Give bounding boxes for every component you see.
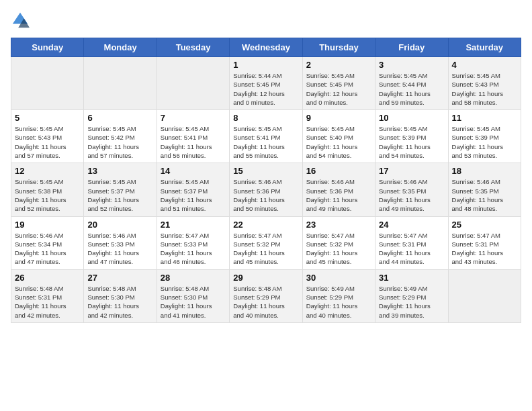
day-info: Sunrise: 5:48 AMSunset: 5:30 PMDaylight:… (87, 284, 152, 320)
day-number: 12 (15, 166, 80, 176)
calendar-cell: 21Sunrise: 5:47 AMSunset: 5:33 PMDayligh… (157, 216, 229, 269)
day-info: Sunrise: 5:49 AMSunset: 5:29 PMDaylight:… (379, 284, 444, 320)
day-number: 26 (15, 273, 80, 283)
calendar-cell: 3Sunrise: 5:45 AMSunset: 5:44 PMDaylight… (375, 57, 448, 110)
week-row-1: 1Sunrise: 5:44 AMSunset: 5:45 PMDaylight… (11, 57, 521, 110)
calendar-cell: 22Sunrise: 5:47 AMSunset: 5:32 PMDayligh… (230, 216, 302, 269)
day-number: 24 (379, 220, 444, 230)
day-number: 20 (87, 220, 152, 230)
day-number: 9 (306, 113, 371, 123)
weekday-header-thursday: Thursday (302, 38, 375, 57)
day-number: 17 (379, 166, 444, 176)
day-info: Sunrise: 5:47 AMSunset: 5:31 PMDaylight:… (452, 231, 517, 267)
week-row-3: 12Sunrise: 5:45 AMSunset: 5:38 PMDayligh… (11, 163, 521, 216)
calendar-cell: 28Sunrise: 5:48 AMSunset: 5:30 PMDayligh… (157, 269, 229, 322)
day-number: 2 (306, 60, 371, 70)
calendar-cell: 13Sunrise: 5:45 AMSunset: 5:37 PMDayligh… (84, 163, 157, 216)
day-info: Sunrise: 5:45 AMSunset: 5:39 PMDaylight:… (379, 124, 444, 160)
calendar-cell: 30Sunrise: 5:49 AMSunset: 5:29 PMDayligh… (302, 269, 375, 322)
calendar-cell: 8Sunrise: 5:45 AMSunset: 5:41 PMDaylight… (230, 110, 302, 163)
calendar-cell: 5Sunrise: 5:45 AMSunset: 5:43 PMDaylight… (11, 110, 84, 163)
day-info: Sunrise: 5:47 AMSunset: 5:32 PMDaylight:… (233, 231, 298, 267)
calendar-cell: 15Sunrise: 5:46 AMSunset: 5:36 PMDayligh… (230, 163, 302, 216)
calendar-cell: 19Sunrise: 5:46 AMSunset: 5:34 PMDayligh… (11, 216, 84, 269)
calendar-cell: 14Sunrise: 5:45 AMSunset: 5:37 PMDayligh… (157, 163, 229, 216)
weekday-header-wednesday: Wednesday (230, 38, 302, 57)
calendar-cell: 16Sunrise: 5:46 AMSunset: 5:36 PMDayligh… (302, 163, 375, 216)
calendar-cell: 31Sunrise: 5:49 AMSunset: 5:29 PMDayligh… (375, 269, 448, 322)
day-info: Sunrise: 5:45 AMSunset: 5:39 PMDaylight:… (452, 124, 517, 160)
day-info: Sunrise: 5:45 AMSunset: 5:40 PMDaylight:… (306, 124, 371, 160)
weekday-header-row: SundayMondayTuesdayWednesdayThursdayFrid… (11, 38, 521, 57)
day-info: Sunrise: 5:45 AMSunset: 5:41 PMDaylight:… (161, 124, 226, 160)
day-info: Sunrise: 5:49 AMSunset: 5:29 PMDaylight:… (306, 284, 371, 320)
calendar-table: SundayMondayTuesdayWednesdayThursdayFrid… (11, 38, 521, 323)
day-number: 6 (87, 113, 152, 123)
calendar-cell: 2Sunrise: 5:45 AMSunset: 5:45 PMDaylight… (302, 57, 375, 110)
calendar-cell: 18Sunrise: 5:46 AMSunset: 5:35 PMDayligh… (448, 163, 521, 216)
calendar-cell: 27Sunrise: 5:48 AMSunset: 5:30 PMDayligh… (84, 269, 157, 322)
calendar-cell: 6Sunrise: 5:45 AMSunset: 5:42 PMDaylight… (84, 110, 157, 163)
day-number: 4 (452, 60, 517, 70)
day-info: Sunrise: 5:45 AMSunset: 5:45 PMDaylight:… (306, 71, 371, 107)
header (11, 11, 521, 30)
day-info: Sunrise: 5:45 AMSunset: 5:37 PMDaylight:… (87, 177, 152, 213)
calendar-cell: 24Sunrise: 5:47 AMSunset: 5:31 PMDayligh… (375, 216, 448, 269)
day-info: Sunrise: 5:47 AMSunset: 5:32 PMDaylight:… (306, 231, 371, 267)
weekday-header-saturday: Saturday (448, 38, 521, 57)
calendar-cell: 20Sunrise: 5:46 AMSunset: 5:33 PMDayligh… (84, 216, 157, 269)
day-number: 13 (87, 166, 152, 176)
day-info: Sunrise: 5:45 AMSunset: 5:41 PMDaylight:… (233, 124, 298, 160)
calendar-cell (84, 57, 157, 110)
calendar-cell: 9Sunrise: 5:45 AMSunset: 5:40 PMDaylight… (302, 110, 375, 163)
day-number: 7 (161, 113, 226, 123)
calendar-cell: 17Sunrise: 5:46 AMSunset: 5:35 PMDayligh… (375, 163, 448, 216)
day-number: 28 (161, 273, 226, 283)
day-info: Sunrise: 5:46 AMSunset: 5:36 PMDaylight:… (306, 177, 371, 213)
logo (11, 11, 32, 30)
day-info: Sunrise: 5:45 AMSunset: 5:37 PMDaylight:… (161, 177, 226, 213)
day-info: Sunrise: 5:46 AMSunset: 5:34 PMDaylight:… (15, 231, 80, 267)
day-number: 15 (233, 166, 298, 176)
day-info: Sunrise: 5:45 AMSunset: 5:42 PMDaylight:… (87, 124, 152, 160)
day-number: 5 (15, 113, 80, 123)
calendar-cell: 11Sunrise: 5:45 AMSunset: 5:39 PMDayligh… (448, 110, 521, 163)
day-info: Sunrise: 5:45 AMSunset: 5:43 PMDaylight:… (15, 124, 80, 160)
weekday-header-friday: Friday (375, 38, 448, 57)
calendar-cell: 1Sunrise: 5:44 AMSunset: 5:45 PMDaylight… (230, 57, 302, 110)
day-number: 14 (161, 166, 226, 176)
calendar-cell: 29Sunrise: 5:48 AMSunset: 5:29 PMDayligh… (230, 269, 302, 322)
day-info: Sunrise: 5:47 AMSunset: 5:33 PMDaylight:… (161, 231, 226, 267)
calendar-cell (448, 269, 521, 322)
day-info: Sunrise: 5:48 AMSunset: 5:31 PMDaylight:… (15, 284, 80, 320)
day-number: 18 (452, 166, 517, 176)
calendar-cell (11, 57, 84, 110)
day-number: 21 (161, 220, 226, 230)
main-container: SundayMondayTuesdayWednesdayThursdayFrid… (0, 0, 532, 328)
calendar-cell: 7Sunrise: 5:45 AMSunset: 5:41 PMDaylight… (157, 110, 229, 163)
day-number: 29 (233, 273, 298, 283)
day-number: 31 (379, 273, 444, 283)
week-row-4: 19Sunrise: 5:46 AMSunset: 5:34 PMDayligh… (11, 216, 521, 269)
day-info: Sunrise: 5:46 AMSunset: 5:36 PMDaylight:… (233, 177, 298, 213)
day-info: Sunrise: 5:48 AMSunset: 5:30 PMDaylight:… (161, 284, 226, 320)
day-number: 10 (379, 113, 444, 123)
day-number: 30 (306, 273, 371, 283)
day-number: 25 (452, 220, 517, 230)
day-info: Sunrise: 5:44 AMSunset: 5:45 PMDaylight:… (233, 71, 298, 107)
day-info: Sunrise: 5:48 AMSunset: 5:29 PMDaylight:… (233, 284, 298, 320)
weekday-header-sunday: Sunday (11, 38, 84, 57)
week-row-2: 5Sunrise: 5:45 AMSunset: 5:43 PMDaylight… (11, 110, 521, 163)
week-row-5: 26Sunrise: 5:48 AMSunset: 5:31 PMDayligh… (11, 269, 521, 322)
day-info: Sunrise: 5:45 AMSunset: 5:43 PMDaylight:… (452, 71, 517, 107)
day-number: 1 (233, 60, 298, 70)
day-info: Sunrise: 5:46 AMSunset: 5:35 PMDaylight:… (452, 177, 517, 213)
day-number: 23 (306, 220, 371, 230)
calendar-cell (157, 57, 229, 110)
day-number: 27 (87, 273, 152, 283)
day-number: 3 (379, 60, 444, 70)
day-info: Sunrise: 5:45 AMSunset: 5:44 PMDaylight:… (379, 71, 444, 107)
day-info: Sunrise: 5:46 AMSunset: 5:35 PMDaylight:… (379, 177, 444, 213)
calendar-cell: 26Sunrise: 5:48 AMSunset: 5:31 PMDayligh… (11, 269, 84, 322)
calendar-cell: 4Sunrise: 5:45 AMSunset: 5:43 PMDaylight… (448, 57, 521, 110)
